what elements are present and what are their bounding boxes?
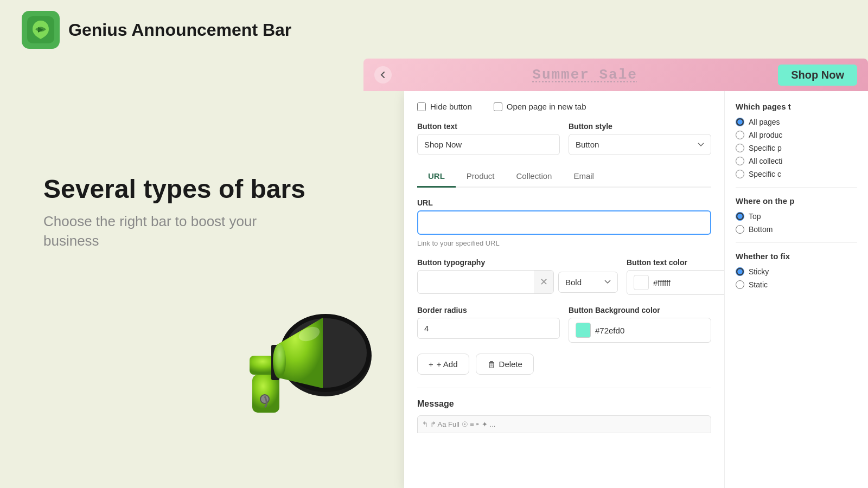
position-top-label: Top	[749, 212, 761, 221]
which-pages-title: Which pages t	[736, 102, 857, 111]
sticky-radio[interactable]	[736, 267, 744, 276]
logo-icon	[27, 16, 54, 43]
font-weight-select[interactable]: Thin Light Regular Bold Extra Bold	[558, 272, 618, 293]
back-icon	[379, 70, 387, 79]
add-label: + Add	[437, 359, 458, 369]
link-tabs: URL Product Collection Email	[417, 166, 711, 188]
tab-product[interactable]: Product	[456, 166, 506, 188]
tab-collection[interactable]: Collection	[506, 166, 563, 188]
open-new-tab-checkbox[interactable]: Open page in new tab	[494, 102, 586, 111]
app-logo	[22, 11, 60, 49]
url-field-container	[417, 210, 711, 235]
font-input[interactable]	[418, 272, 534, 292]
preview-bar: Summer Sale Shop Now	[363, 59, 868, 91]
border-radius-field: Border radius	[417, 306, 560, 339]
left-heading: Several types of bars	[43, 174, 305, 205]
button-style-label: Button style	[569, 122, 711, 131]
whether-title: Whether to fix	[736, 252, 857, 261]
border-radius-input[interactable]	[417, 318, 560, 339]
typography-label: Button typography	[417, 258, 618, 267]
pages-all-collections-radio[interactable]	[736, 157, 744, 165]
text-color-label: Button text color	[627, 258, 724, 267]
preview-shop-now-button[interactable]: Shop Now	[778, 65, 857, 86]
message-section: Message ↰ ↱ Aa Full ☉ ≡ ⁍ ✦ ...	[417, 388, 711, 433]
button-text-input[interactable]	[417, 134, 560, 155]
position-top[interactable]: Top	[736, 212, 857, 221]
position-bottom-radio[interactable]	[736, 225, 744, 234]
button-style-field: Button style Button Link None	[569, 122, 711, 155]
app-header: Genius Announcement Bar	[0, 0, 313, 60]
position-bottom[interactable]: Bottom	[736, 225, 857, 234]
hide-button-input[interactable]	[417, 102, 426, 111]
pages-specific-p-label: Specific p	[749, 144, 782, 152]
right-sidebar: Which pages t All pages All produc Speci…	[724, 91, 868, 488]
svg-point-7	[273, 344, 286, 378]
trash-icon	[487, 360, 496, 369]
button-text-style-row: Button text Button style Button Link Non…	[417, 122, 711, 155]
where-title: Where on the p	[736, 196, 857, 206]
tab-url[interactable]: URL	[417, 166, 456, 188]
position-top-radio[interactable]	[736, 212, 744, 221]
preview-bar-text: Summer Sale	[392, 67, 778, 83]
checkbox-row: Hide button Open page in new tab	[417, 102, 711, 111]
text-color-input[interactable]	[653, 278, 724, 287]
add-button[interactable]: + + Add	[417, 354, 469, 375]
bg-color-label: Button Background color	[569, 306, 711, 314]
megaphone-icon	[217, 291, 380, 453]
settings-panel: Hide button Open page in new tab Button …	[404, 91, 724, 488]
bg-color-swatch[interactable]	[576, 323, 591, 338]
bg-color-input[interactable]	[595, 326, 704, 335]
url-input[interactable]	[417, 210, 711, 235]
pages-all-products-radio[interactable]	[736, 131, 744, 139]
url-label: URL	[417, 198, 711, 207]
hide-button-checkbox[interactable]: Hide button	[417, 102, 472, 111]
pages-all-pages[interactable]: All pages	[736, 118, 857, 126]
url-hint: Link to your specified URL	[417, 239, 711, 247]
position-bottom-label: Bottom	[749, 225, 773, 234]
static-label: Static	[749, 280, 768, 289]
pages-all-collections[interactable]: All collecti	[736, 157, 857, 165]
bg-color-picker[interactable]	[569, 318, 711, 343]
pages-specific-c-label: Specific c	[749, 170, 781, 178]
pages-all-pages-label: All pages	[749, 118, 780, 126]
delete-button[interactable]: Delete	[476, 354, 534, 375]
pages-specific-c[interactable]: Specific c	[736, 170, 857, 178]
pages-specific-p[interactable]: Specific p	[736, 144, 857, 152]
left-content: Several types of bars Choose the right b…	[43, 174, 305, 251]
border-bg-row: Border radius Button Background color	[417, 306, 711, 343]
add-icon: +	[429, 359, 433, 369]
border-radius-label: Border radius	[417, 306, 560, 314]
svg-point-8	[260, 395, 269, 403]
typography-color-row: Button typography ✕ Thin Light Regular B…	[417, 258, 711, 295]
sticky-option[interactable]: Sticky	[736, 267, 857, 276]
button-text-label: Button text	[417, 122, 560, 131]
pages-all-collections-label: All collecti	[749, 157, 782, 165]
text-color-picker[interactable]	[627, 270, 724, 295]
font-clear-button[interactable]: ✕	[534, 271, 553, 293]
svg-rect-11	[489, 362, 494, 363]
typography-field: Button typography ✕ Thin Light Regular B…	[417, 258, 618, 295]
message-toolbar: ↰ ↱ Aa Full ☉ ≡ ⁍ ✦ ...	[417, 415, 711, 433]
pages-all-products[interactable]: All produc	[736, 131, 857, 139]
app-title: Genius Announcement Bar	[68, 20, 291, 40]
text-color-swatch[interactable]	[634, 275, 649, 290]
delete-label: Delete	[499, 359, 522, 369]
open-new-tab-input[interactable]	[494, 102, 502, 111]
button-style-select[interactable]: Button Link None	[569, 134, 711, 155]
button-text-field: Button text	[417, 122, 560, 155]
bg-color-field: Button Background color	[569, 306, 711, 343]
pages-all-pages-radio[interactable]	[736, 118, 744, 126]
pages-all-products-label: All produc	[749, 131, 782, 139]
static-option[interactable]: Static	[736, 280, 857, 289]
pages-specific-c-radio[interactable]	[736, 170, 744, 178]
hide-button-label: Hide button	[430, 102, 472, 111]
message-toolbar-hint: ↰ ↱ Aa Full ☉ ≡ ⁍ ✦ ...	[422, 420, 495, 428]
divider-1	[736, 187, 857, 188]
static-radio[interactable]	[736, 280, 744, 289]
pages-specific-p-radio[interactable]	[736, 144, 744, 152]
tab-email[interactable]: Email	[563, 166, 605, 188]
sticky-label: Sticky	[749, 267, 769, 276]
action-row: + + Add Delete	[417, 354, 711, 375]
divider-2	[736, 242, 857, 243]
back-button[interactable]	[374, 66, 392, 84]
